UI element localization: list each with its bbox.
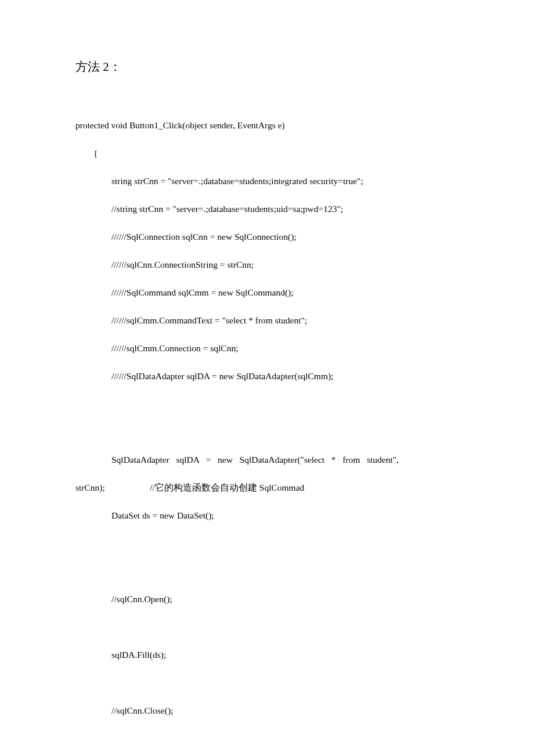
code-line: //////sqlCmm.Connection = sqlCnn; [75, 341, 459, 355]
code-line: DataSet ds = new DataSet(); [75, 509, 459, 523]
code-line [75, 397, 459, 411]
code-line [75, 425, 459, 439]
code-line: //////sqlCmm.CommandText = "select * fro… [75, 314, 459, 327]
code-line: //////SqlCommand sqlCmm = new SqlCommand… [75, 286, 459, 300]
code-line [75, 620, 459, 634]
code-line: sqlDA.Fill(ds); [75, 648, 459, 662]
code-line: SqlDataAdapter sqlDA = new SqlDataAdapte… [75, 453, 459, 467]
code-line: //////sqlCnn.ConnectionString = strCnn; [75, 258, 459, 272]
code-line [75, 732, 459, 746]
code-line: strCnn); //它的构造函数会自动创建 SqlCommad [75, 481, 459, 495]
code-line: protected void Button1_Click(object send… [75, 118, 459, 132]
code-line: //////SqlConnection sqlCnn = new SqlConn… [75, 230, 459, 244]
heading-method-2: 方法 2： [75, 58, 459, 77]
code-line: //sqlCnn.Open(); [75, 592, 459, 606]
code-line: //string strCnn = "server=.;database=stu… [75, 202, 459, 216]
code-line [75, 537, 459, 550]
document-page: 方法 2： protected void Button1_Click(objec… [0, 0, 534, 756]
code-line: //////SqlDataAdapter sqlDA = new SqlData… [75, 369, 459, 383]
code-line: string strCnn = "server=.;database=stude… [75, 174, 459, 188]
code-line [75, 564, 459, 578]
code-block-1: protected void Button1_Click(object send… [75, 105, 459, 757]
code-line: //sqlCnn.Close(); [75, 704, 459, 718]
code-line [75, 676, 459, 690]
code-line: { [75, 146, 459, 160]
